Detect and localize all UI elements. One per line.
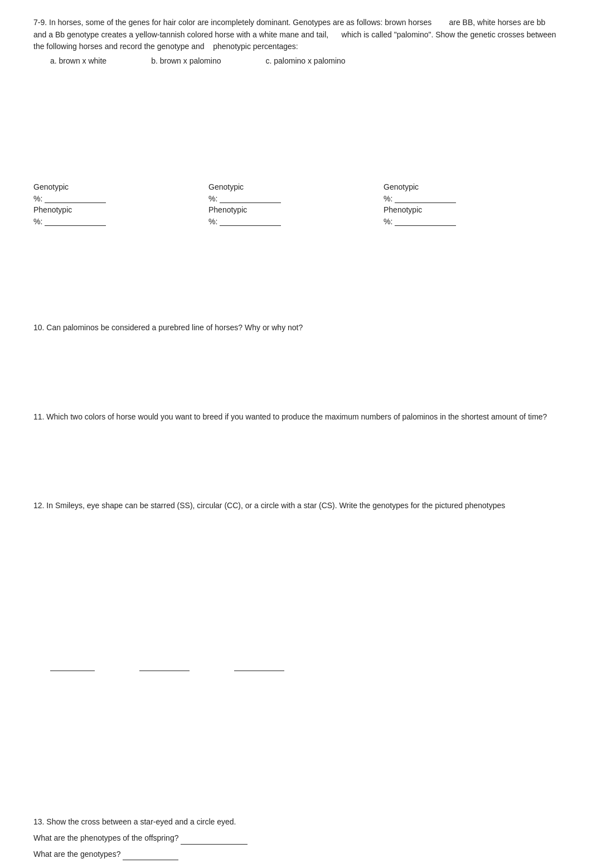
smiley-answer-area bbox=[33, 662, 559, 671]
question-7-9-text: 7-9. In horses, some of the genes for ha… bbox=[33, 17, 559, 53]
question-13-line1: 13. Show the cross between a star-eyed a… bbox=[33, 816, 559, 828]
phenotypic-label-3: Phenotypic bbox=[384, 205, 422, 214]
smiley-blank-1 bbox=[50, 662, 95, 671]
phenotypic-label-2: Phenotypic bbox=[208, 205, 247, 214]
pct-blank-1a[interactable] bbox=[45, 194, 106, 203]
genotypic-col1: Genotypic bbox=[33, 181, 208, 192]
pct-blank-2a[interactable] bbox=[45, 216, 106, 226]
option-a: a. brown x white bbox=[50, 56, 106, 65]
punnett-space-2 bbox=[33, 126, 559, 170]
sub-options: a. brown x white b. brown x palomino c. … bbox=[33, 56, 559, 65]
q12-body: In Smileys, eye shape can be starred (SS… bbox=[46, 501, 505, 510]
spacer-q11b bbox=[33, 483, 559, 500]
genotypic-grid: Genotypic Genotypic Genotypic %: %: %: P… bbox=[33, 181, 559, 227]
pct-label-2a: %: bbox=[33, 217, 42, 226]
q13-body2: What are the phenotypes of the offspring… bbox=[33, 833, 178, 842]
q13-genotype-answer[interactable] bbox=[123, 848, 178, 861]
q12-number: 12. bbox=[33, 501, 44, 510]
smiley-image-area bbox=[33, 528, 559, 628]
genotypic-label-3: Genotypic bbox=[384, 182, 419, 191]
genotypic-col3: Genotypic bbox=[384, 181, 559, 192]
q13-body1: Show the cross between a star-eyed and a… bbox=[46, 817, 236, 826]
question-13-line2: What are the phenotypes of the offspring… bbox=[33, 832, 559, 845]
question-12-block: 12. In Smileys, eye shape can be starred… bbox=[33, 500, 559, 512]
spacer-q10b bbox=[33, 394, 559, 411]
q7-9-body: 7-9. In horses, some of the genes for ha… bbox=[33, 18, 556, 51]
phenotypic-col3: Phenotypic bbox=[384, 204, 559, 215]
question-11-block: 11. Which two colors of horse would you … bbox=[33, 411, 559, 423]
smiley-answer-1[interactable] bbox=[50, 662, 95, 671]
smiley-answer-3[interactable] bbox=[234, 662, 284, 671]
question-13-block: 13. Show the cross between a star-eyed a… bbox=[33, 816, 559, 860]
q10-body: Can palominos be considered a purebred l… bbox=[46, 323, 303, 332]
smiley-blank-3 bbox=[234, 662, 284, 671]
pct-label-2b: %: bbox=[208, 217, 217, 226]
question-7-9-block: 7-9. In horses, some of the genes for ha… bbox=[33, 17, 559, 65]
pct-label-1a: %: bbox=[33, 194, 42, 203]
spacer-after-grid-2 bbox=[33, 277, 559, 322]
q13-number: 13. bbox=[33, 817, 44, 826]
question-10-block: 10. Can palominos be considered a purebr… bbox=[33, 322, 559, 334]
spacer-q12 bbox=[33, 682, 559, 727]
question-11-text: 11. Which two colors of horse would you … bbox=[33, 411, 559, 423]
q13-body3: What are the genotypes? bbox=[33, 850, 120, 859]
q11-body: Which two colors of horse would you want… bbox=[46, 412, 547, 421]
spacer-q12b bbox=[33, 727, 559, 771]
spacer-after-grid bbox=[33, 233, 559, 277]
question-10-text: 10. Can palominos be considered a purebr… bbox=[33, 322, 559, 334]
option-b: b. brown x palomino bbox=[151, 56, 221, 65]
smiley-answer-2[interactable] bbox=[139, 662, 190, 671]
pct-row1-col1: %: bbox=[33, 192, 208, 204]
pct-row1-col2: %: bbox=[208, 192, 384, 204]
smiley-blank-2 bbox=[139, 662, 190, 671]
pct-blank-2b[interactable] bbox=[220, 216, 281, 226]
pct-blank-1b[interactable] bbox=[220, 194, 281, 203]
genotypic-col2: Genotypic bbox=[208, 181, 384, 192]
genotypic-label-1: Genotypic bbox=[33, 182, 69, 191]
phenotypic-col2: Phenotypic bbox=[208, 204, 384, 215]
pct-row1-col3: %: bbox=[384, 192, 559, 204]
genotypic-label-2: Genotypic bbox=[208, 182, 244, 191]
q11-number: 11. bbox=[33, 412, 44, 421]
pct-row2-col3: %: bbox=[384, 215, 559, 227]
pct-blank-1c[interactable] bbox=[395, 194, 456, 203]
spacer-q11 bbox=[33, 438, 559, 483]
punnett-space bbox=[33, 81, 559, 126]
page: 7-9. In horses, some of the genes for ha… bbox=[33, 17, 559, 868]
option-c: c. palomino x palomino bbox=[265, 56, 345, 65]
q13-phenotype-answer[interactable] bbox=[181, 832, 248, 845]
q10-number: 10. bbox=[33, 323, 44, 332]
spacer-q12c bbox=[33, 771, 559, 816]
pct-row2-col1: %: bbox=[33, 215, 208, 227]
pct-blank-2c[interactable] bbox=[395, 216, 456, 226]
spacer-q10 bbox=[33, 350, 559, 394]
pct-label-1b: %: bbox=[208, 194, 217, 203]
question-13-line3: What are the genotypes? bbox=[33, 848, 559, 861]
pct-row2-col2: %: bbox=[208, 215, 384, 227]
phenotypic-label-1: Phenotypic bbox=[33, 205, 72, 214]
question-12-text: 12. In Smileys, eye shape can be starred… bbox=[33, 500, 559, 512]
pct-label-2c: %: bbox=[384, 217, 392, 226]
phenotypic-col1: Phenotypic bbox=[33, 204, 208, 215]
pct-label-1c: %: bbox=[384, 194, 392, 203]
